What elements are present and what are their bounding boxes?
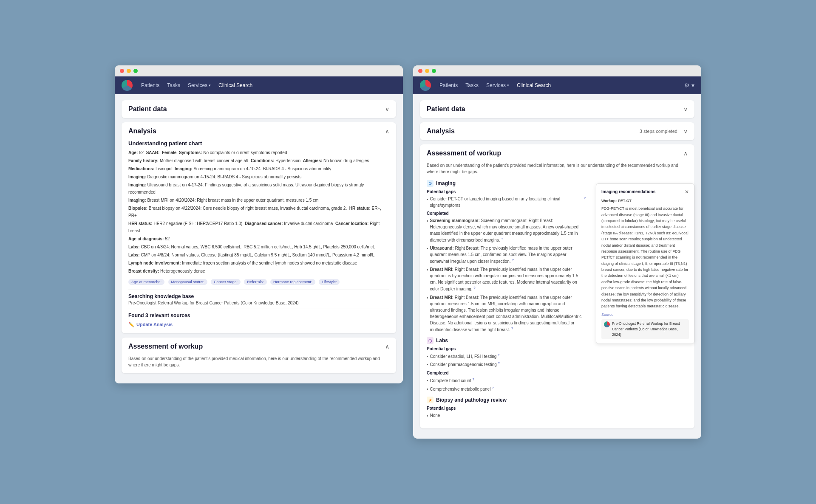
labs-icon: ⬡: [427, 337, 434, 344]
window-chrome-left: [115, 65, 403, 76]
biopsy-icon: ★: [427, 397, 434, 403]
minimize-dot-right[interactable]: [425, 69, 429, 73]
imaging-completed-2: Breast MRI: Right Breast: The previously…: [427, 266, 586, 292]
knowledge-title: Searching knowledge base: [128, 293, 389, 299]
rec-close-button[interactable]: ✕: [685, 188, 689, 196]
content-left: Patient data ∨ Analysis ∧ Understanding …: [115, 94, 403, 383]
patient-row-7: HER status: HER2 negative (FISH: HER2/CE…: [128, 220, 389, 234]
assessment-header-left[interactable]: Assessment of workup ∧: [122, 338, 396, 355]
nav-services-left[interactable]: Services ▾: [188, 82, 211, 88]
patient-row-5: Imaging: Breast MRI on 4/20/2024: Right …: [128, 197, 389, 204]
nav-tasks-right[interactable]: Tasks: [465, 82, 479, 88]
labs-gaps-label: Potential gaps: [427, 346, 586, 351]
nav-clinical-search-left[interactable]: Clinical Search: [218, 82, 252, 88]
tag-menopausal[interactable]: Menopausal status:: [168, 279, 207, 285]
navbar-right: Patients Tasks Services ▾ Clinical Searc…: [413, 76, 701, 94]
labs-gap-0: Consider estradiol, LH, FSH testing ?: [427, 353, 586, 360]
tag-stage[interactable]: Cancer stage:: [211, 279, 241, 285]
analysis-header-left[interactable]: Analysis ∧: [122, 122, 396, 140]
imaging-gaps-label: Potential gaps: [427, 189, 586, 194]
app-logo-right[interactable]: [420, 80, 431, 91]
assessment-header-right[interactable]: Assessment of workup ∧: [420, 144, 694, 162]
info-icon-3[interactable]: ?: [473, 286, 475, 290]
nav-right: ⚙ ▾: [684, 82, 694, 89]
info-icon-2[interactable]: ?: [512, 258, 513, 262]
info-icon-5[interactable]: ?: [498, 353, 499, 357]
nav-tasks-left[interactable]: Tasks: [167, 82, 180, 88]
analysis-header-right-meta: 3 steps completed ∨: [640, 128, 688, 135]
assessment-desc-right: Based on our understanding of the patien…: [420, 162, 694, 180]
analysis-title-right: Analysis: [427, 127, 455, 135]
patient-data-section-left: Patient data ∨: [122, 100, 396, 118]
knowledge-section: Searching knowledge base Pre-Oncologist …: [128, 293, 389, 305]
patient-row-10: Labs: CMP on 4/8/24: Normal values, Gluc…: [128, 251, 389, 259]
analysis-chevron-right: ∨: [683, 128, 688, 135]
tags-row: Age at menarche: Menopausal status: Canc…: [128, 277, 389, 286]
info-icon-0[interactable]: ?: [584, 196, 586, 201]
analysis-section-left: Analysis ∧ Understanding patient chart A…: [122, 122, 396, 333]
info-icon-7[interactable]: ?: [473, 377, 474, 381]
content-right: Patient data ∨ Analysis 3 steps complete…: [413, 94, 701, 439]
minimize-dot[interactable]: [127, 69, 131, 73]
nav-links-left: Patients Tasks Services ▾ Clinical Searc…: [141, 82, 252, 88]
info-icon-4[interactable]: ?: [511, 327, 513, 330]
patient-row-8: Age at diagnosis: 52: [128, 235, 389, 242]
update-analysis-button[interactable]: ✏️ Update Analysis: [128, 322, 173, 327]
imaging-header: ⊙ Imaging: [427, 180, 586, 187]
citation-text: Pre-Oncologist Referral Workup for Breas…: [612, 321, 686, 337]
tag-lifestyle[interactable]: Lifestyle:: [319, 279, 340, 285]
maximize-dot[interactable]: [133, 69, 138, 73]
info-icon-1[interactable]: ?: [501, 237, 503, 241]
imaging-completed-0: Screening mammogram: Screening mammogram…: [427, 217, 586, 243]
assessment-section-right: Assessment of workup ∧ Based on our unde…: [420, 144, 694, 429]
tag-hormone[interactable]: Hormone replacement:: [270, 279, 315, 285]
assessment-desc-left: Based on our understanding of the patien…: [122, 355, 396, 373]
nav-clinical-search-right[interactable]: Clinical Search: [517, 82, 551, 88]
app-logo-left[interactable]: [122, 80, 133, 91]
imaging-title: Imaging: [436, 180, 456, 186]
labs-gap-1: Consider pharmacogenomic testing ?: [427, 361, 586, 368]
analysis-title-left: Analysis: [128, 127, 156, 135]
window-chrome-right: [413, 65, 701, 76]
rec-panel-header: Imaging recommendations ✕: [601, 188, 689, 196]
biopsy-header: ★ Biopsy and pathology review: [427, 397, 586, 403]
rec-workup-label: Workup: PET-CT: [601, 198, 689, 204]
rec-citation: Pre-Oncologist Referral Workup for Breas…: [601, 319, 689, 339]
patient-data-header-left[interactable]: Patient data ∨: [122, 100, 396, 118]
labs-completed-label: Completed: [427, 371, 586, 375]
patient-row-12: Breast density: Heterogeneously dense: [128, 267, 389, 275]
patient-row-11: Lymph node involvement: Immediate frozen…: [128, 259, 389, 267]
tag-menarche[interactable]: Age at menarche:: [128, 279, 164, 285]
imaging-completed-3: Breast MRI: Right Breast: The previously…: [427, 294, 586, 333]
maximize-dot-right[interactable]: [432, 69, 436, 73]
category-labs: ⬡ Labs Potential gaps Consider estradiol…: [427, 337, 586, 392]
info-icon-6[interactable]: ?: [498, 361, 500, 365]
sources-title: Found 3 relevant sources: [128, 313, 389, 318]
patient-row-9: Labs: CBC on 4/8/24: Normal values, WBC …: [128, 243, 389, 251]
imaging-gap-0: Consider PET-CT or targeted imaging base…: [427, 196, 586, 208]
biopsy-gap-0: None: [427, 412, 586, 419]
close-dot-right[interactable]: [418, 69, 422, 73]
patient-data-chevron-right: ∨: [683, 106, 688, 113]
assessment-with-panel: ⊙ Imaging Potential gaps Consider PET-CT…: [420, 180, 694, 429]
nav-patients-left[interactable]: Patients: [141, 82, 159, 88]
imaging-icon: ⊙: [427, 180, 434, 187]
close-dot[interactable]: [120, 69, 124, 73]
patient-row-3: Imaging: Diagnostic mammogram on 4-15-24…: [128, 173, 389, 180]
info-icon-8[interactable]: ?: [492, 386, 493, 390]
tag-referrals[interactable]: Referrals:: [244, 279, 266, 285]
biopsy-title: Biopsy and pathology review: [436, 397, 507, 403]
patient-data-header-right[interactable]: Patient data ∨: [420, 100, 694, 118]
category-imaging: ⊙ Imaging Potential gaps Consider PET-CT…: [427, 180, 586, 333]
pencil-icon: ✏️: [128, 322, 134, 327]
rec-source-link[interactable]: Source: [601, 312, 689, 318]
patient-row-1: Family history: Mother diagnosed with br…: [128, 157, 389, 164]
analysis-header-right[interactable]: Analysis 3 steps completed ∨: [420, 122, 694, 140]
nav-patients-right[interactable]: Patients: [439, 82, 458, 88]
analysis-chevron-left: ∧: [385, 128, 389, 135]
assessment-title-right: Assessment of workup: [427, 149, 501, 157]
category-biopsy: ★ Biopsy and pathology review Potential …: [427, 397, 586, 419]
settings-icon[interactable]: ⚙ ▾: [684, 82, 694, 89]
subsection-chart-title: Understanding patient chart: [128, 140, 389, 146]
nav-services-right[interactable]: Services ▾: [486, 82, 509, 88]
